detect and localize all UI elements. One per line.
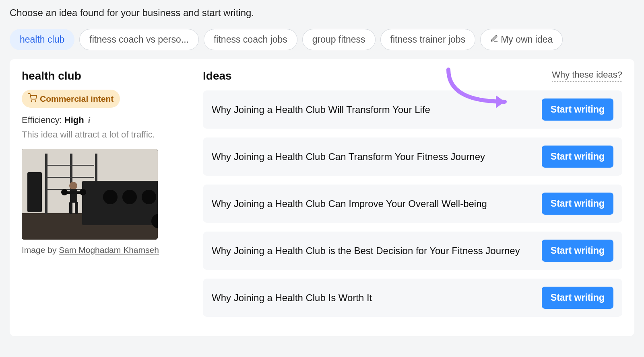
svg-point-14	[122, 190, 137, 204]
pen-icon	[490, 34, 498, 45]
topic-description: This idea will attract a lot of traffic.	[22, 129, 187, 140]
image-credit-prefix: Image by	[22, 245, 59, 254]
efficiency-label: Efficiency:	[22, 115, 62, 125]
efficiency-row: Efficiency: High i	[22, 115, 187, 125]
chip-my-own-idea-label: My own idea	[501, 34, 553, 45]
page-subtitle: Choose an idea found for your business a…	[0, 0, 644, 23]
svg-point-21	[80, 189, 86, 195]
chip-fitness-trainer-jobs[interactable]: fitness trainer jobs	[380, 29, 476, 50]
chip-group-fitness[interactable]: group fitness	[302, 29, 376, 50]
cart-icon	[28, 93, 37, 104]
svg-rect-22	[69, 202, 72, 214]
image-credit: Image by Sam Moghadam Khamseh	[22, 245, 187, 255]
start-writing-button[interactable]: Start writing	[542, 98, 613, 121]
idea-item: Why Joining a Health Club Can Improve Yo…	[203, 185, 622, 223]
intent-badge: Commercial intent	[22, 90, 120, 108]
svg-rect-23	[75, 202, 78, 214]
efficiency-value: High	[64, 115, 84, 125]
svg-point-15	[142, 190, 156, 204]
svg-point-13	[103, 190, 118, 204]
topic-title: health club	[22, 70, 187, 82]
idea-title: Why Joining a Health Club Is Worth It	[212, 290, 532, 305]
svg-rect-8	[46, 165, 94, 166]
svg-point-0	[31, 101, 32, 101]
main-card: health club Commercial intent Efficiency…	[10, 59, 634, 336]
svg-rect-9	[46, 177, 94, 178]
ideas-header: Ideas Why these ideas?	[203, 70, 622, 82]
chip-fitness-coach-vs[interactable]: fitness coach vs perso...	[79, 29, 199, 50]
chip-my-own-idea[interactable]: My own idea	[480, 29, 563, 50]
start-writing-button[interactable]: Start writing	[542, 146, 613, 168]
svg-point-20	[61, 189, 68, 195]
start-writing-button[interactable]: Start writing	[542, 193, 613, 215]
info-icon[interactable]: i	[88, 116, 91, 125]
idea-item: Why Joining a Health Club Will Transform…	[203, 90, 622, 129]
chip-health-club[interactable]: health club	[10, 29, 74, 50]
idea-item: Why Joining a Health Club is the Best De…	[203, 232, 622, 270]
start-writing-button[interactable]: Start writing	[542, 287, 613, 309]
idea-title: Why Joining a Health Club Can Transform …	[212, 149, 532, 164]
ideas-panel: Ideas Why these ideas? Why Joining a Hea…	[203, 70, 622, 326]
svg-rect-11	[27, 172, 42, 212]
idea-item: Why Joining a Health Club Is Worth It St…	[203, 279, 622, 317]
topic-chips-row: health club fitness coach vs perso... fi…	[0, 23, 644, 59]
svg-rect-18	[70, 189, 77, 203]
svg-point-17	[69, 182, 77, 190]
why-these-ideas-link[interactable]: Why these ideas?	[552, 70, 622, 82]
intent-badge-label: Commercial intent	[40, 94, 114, 104]
image-credit-author[interactable]: Sam Moghadam Khamseh	[59, 245, 159, 254]
idea-title: Why Joining a Health Club Will Transform…	[212, 102, 532, 117]
ideas-heading: Ideas	[203, 70, 232, 82]
topic-thumbnail	[22, 149, 158, 240]
chip-fitness-coach-jobs[interactable]: fitness coach jobs	[204, 29, 297, 50]
start-writing-button[interactable]: Start writing	[542, 240, 613, 262]
idea-item: Why Joining a Health Club Can Transform …	[203, 137, 622, 176]
idea-title: Why Joining a Health Club Can Improve Yo…	[212, 196, 532, 211]
idea-title: Why Joining a Health Club is the Best De…	[212, 243, 532, 258]
svg-rect-5	[45, 154, 47, 214]
topic-panel: health club Commercial intent Efficiency…	[22, 70, 187, 326]
svg-point-1	[35, 101, 36, 101]
